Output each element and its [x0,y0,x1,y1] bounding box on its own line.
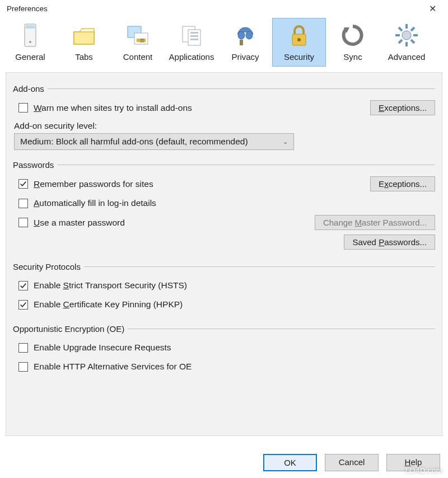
tab-label: General [15,52,45,62]
tab-label: Privacy [231,52,259,62]
tab-label: Applications [169,52,214,62]
tab-privacy[interactable]: Privacy [218,18,272,67]
privacy-icon [232,22,259,49]
svg-point-2 [29,41,31,43]
checkbox-master-password[interactable] [18,218,28,227]
tab-label: Security [284,52,314,62]
addons-exceptions-button[interactable]: Exceptions... [370,100,435,115]
tab-security[interactable]: Security [272,18,326,67]
checkbox-autofill-login[interactable] [18,199,28,208]
label-warn-addons: Warn me when sites try to install add-on… [34,103,192,113]
group-opportunistic-encryption: Opportunistic Encryption (OE) Enable Upg… [13,324,435,378]
window-title: Preferences [7,4,421,13]
label-upgrade-insecure: Enable Upgrade Insecure Requests [34,343,171,353]
cancel-button[interactable]: Cancel [325,454,379,471]
close-icon[interactable]: ✕ [421,3,444,14]
advanced-icon [393,22,420,49]
group-legend: Security Protocols [13,262,84,271]
titlebar: Preferences ✕ [0,0,448,16]
checkbox-remember-passwords[interactable] [18,179,28,189]
svg-line-24 [399,27,402,31]
svg-rect-11 [190,35,198,37]
tab-advanced[interactable]: Advanced [380,18,433,67]
checkbox-warn-addons[interactable] [18,103,28,113]
preferences-toolbar: General Tabs 页 Content Applications Priv… [0,16,448,67]
tab-sync[interactable]: Sync [326,18,380,67]
label-autofill-login: Automatically fill in log-in details [34,198,156,208]
label-hsts: Enable Strict Transport Security (HSTS) [34,280,187,290]
label-hpkp: Enable Certificate Key Pinning (HPKP) [34,299,183,310]
svg-text:页: 页 [140,38,144,43]
tab-label: Tabs [75,52,93,62]
group-addons: Add-ons Warn me when sites try to instal… [13,84,435,152]
checkbox-hsts[interactable] [18,281,28,290]
label-addon-security-level: Add-on security level: [13,118,435,133]
group-security-protocols: Security Protocols Enable Strict Transpo… [13,262,435,316]
checkbox-hpkp[interactable] [18,300,28,310]
general-icon [17,22,44,49]
group-legend: Add-ons [13,84,48,93]
ok-button[interactable]: OK [263,454,317,471]
svg-point-19 [402,31,411,40]
checkbox-http-alt-svc[interactable] [18,362,28,372]
tab-tabs[interactable]: Tabs [57,18,111,67]
svg-point-13 [238,31,245,39]
svg-rect-12 [190,39,198,40]
label-master-password: Use a master password [34,218,125,228]
tab-label: Sync [343,52,362,62]
saved-passwords-button[interactable]: Saved Passwords... [344,235,435,250]
tab-applications[interactable]: Applications [165,18,218,67]
content-icon: 页 [124,22,151,49]
security-icon [286,22,312,49]
passwords-exceptions-button[interactable]: Exceptions... [370,176,435,191]
group-passwords: Passwords Remember passwords for sites E… [13,160,435,254]
tab-content[interactable]: 页 Content [111,18,165,67]
svg-line-26 [399,40,402,43]
checkbox-upgrade-insecure[interactable] [18,343,28,353]
svg-line-25 [411,40,414,43]
chevron-down-icon: ⌄ [283,138,288,146]
watermark: LO4D.com [405,466,442,475]
security-panel: Add-ons Warn me when sites try to instal… [6,72,442,436]
label-remember-passwords: Remember passwords for sites [34,179,153,189]
tab-label: Advanced [388,52,426,62]
change-master-password-button[interactable]: Change Master Password... [315,215,435,230]
label-http-alt-svc: Enable HTTP Alternative Services for OE [34,362,192,372]
svg-point-14 [246,31,253,39]
svg-rect-10 [190,32,198,34]
group-legend: Opportunistic Encryption (OE) [13,324,128,334]
tabs-icon [71,22,97,49]
tab-general[interactable]: General [3,18,57,67]
svg-line-27 [411,27,414,31]
dropdown-addon-security-level[interactable]: Medium: Block all harmful add-ons (defau… [14,133,294,150]
svg-rect-3 [74,32,94,44]
sync-icon [339,22,366,49]
svg-rect-1 [26,25,35,29]
tab-label: Content [123,52,153,62]
svg-point-17 [297,38,301,41]
applications-icon [178,22,205,49]
svg-rect-15 [240,40,243,45]
group-legend: Passwords [13,160,57,170]
dropdown-value: Medium: Block all harmful add-ons (defau… [20,137,248,147]
